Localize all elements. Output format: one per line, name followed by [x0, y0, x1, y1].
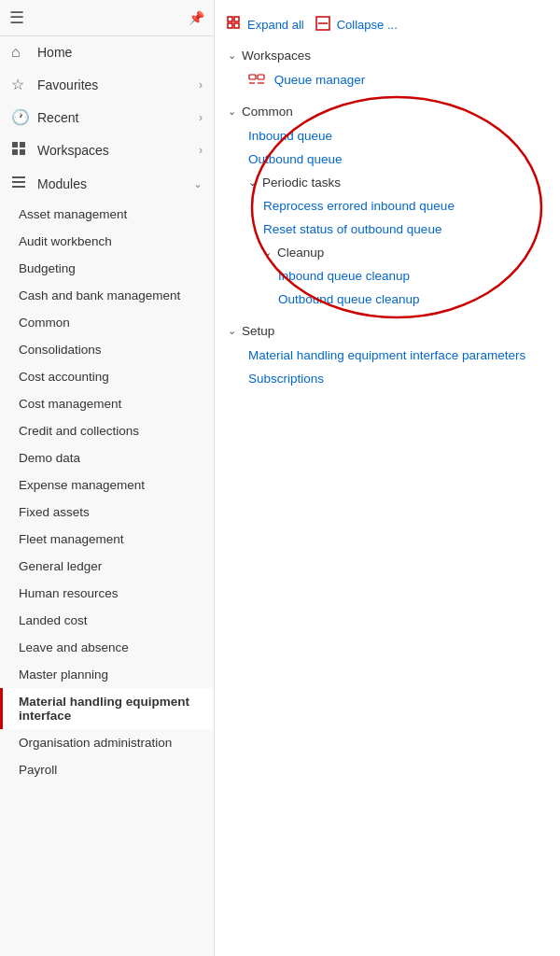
section-common: ⌄ Common Inbound queue Outbound queue ⌄ …	[215, 95, 560, 315]
section-label-setup: Setup	[242, 324, 274, 338]
nav-item-recent[interactable]: 🕐 Recent ›	[0, 101, 214, 134]
main-content-wrapper: Expand all Collapse ... ⌄ Workspaces	[215, 0, 560, 956]
section-setup: ⌄ Setup Material handling equipment inte…	[215, 315, 560, 394]
link-reprocess-inbound[interactable]: Reprocess errored inbound queue	[215, 194, 560, 218]
modules-list: Asset management Audit workbench Budgeti…	[0, 201, 214, 783]
module-cost-accounting[interactable]: Cost accounting	[0, 363, 214, 390]
section-label-common: Common	[242, 105, 293, 119]
module-general-ledger[interactable]: General ledger	[0, 553, 214, 580]
section-content-common: Inbound queue Outbound queue ⌄ Periodic …	[215, 124, 560, 311]
module-credit-collections[interactable]: Credit and collections	[0, 417, 214, 444]
clock-icon: 🕐	[11, 108, 30, 126]
module-expense-management[interactable]: Expense management	[0, 471, 214, 499]
home-icon: ⌂	[11, 44, 30, 61]
link-outbound-queue[interactable]: Outbound queue	[215, 148, 560, 171]
link-inbound-cleanup[interactable]: Inbound queue cleanup	[215, 264, 560, 288]
svg-rect-0	[12, 142, 18, 148]
nav-item-modules[interactable]: Modules ⌄	[0, 167, 214, 201]
subsubsection-label-cleanup: Cleanup	[277, 246, 324, 260]
svg-rect-4	[12, 176, 25, 178]
module-budgeting[interactable]: Budgeting	[0, 255, 214, 282]
nav-label-modules: Modules	[37, 176, 193, 191]
module-payroll[interactable]: Payroll	[0, 756, 214, 783]
svg-rect-2	[12, 149, 18, 155]
queue-manager-icon	[248, 73, 269, 87]
nav-label-workspaces: Workspaces	[37, 143, 199, 158]
modules-icon	[11, 175, 30, 193]
module-organisation-admin[interactable]: Organisation administration	[0, 729, 214, 756]
link-mhei-parameters[interactable]: Material handling equipment interface pa…	[215, 344, 560, 367]
module-landed-cost[interactable]: Landed cost	[0, 607, 214, 634]
module-demo-data[interactable]: Demo data	[0, 444, 214, 471]
nav-label-recent: Recent	[37, 110, 199, 125]
collapse-label: Collapse ...	[337, 18, 398, 32]
chevron-modules: ⌄	[193, 177, 203, 190]
chevron-favourites: ›	[199, 78, 203, 91]
chevron-periodic-icon: ⌄	[248, 176, 257, 189]
section-label-workspaces: Workspaces	[242, 49, 311, 63]
chevron-workspaces: ›	[199, 144, 203, 157]
nav-label-favourites: Favourites	[37, 77, 199, 92]
module-leave-absence[interactable]: Leave and absence	[0, 634, 214, 661]
nav-item-favourites[interactable]: ☆ Favourites ›	[0, 68, 214, 101]
chevron-recent: ›	[199, 111, 203, 124]
module-consolidations[interactable]: Consolidations	[0, 336, 214, 363]
link-inbound-queue[interactable]: Inbound queue	[215, 124, 560, 148]
workspaces-icon	[11, 141, 30, 160]
svg-rect-14	[258, 75, 264, 79]
subsection-label-periodic-tasks: Periodic tasks	[262, 176, 341, 190]
link-queue-manager[interactable]: Queue manager	[215, 68, 560, 91]
svg-rect-3	[20, 149, 25, 155]
pin-icon[interactable]: 📌	[189, 10, 204, 25]
section-workspaces: ⌄ Workspaces Queue manager	[215, 39, 560, 95]
chevron-cleanup-icon: ⌄	[263, 246, 272, 259]
expand-all-label: Expand all	[247, 18, 304, 32]
module-common[interactable]: Common	[0, 309, 214, 336]
expand-all-button[interactable]: Expand all	[226, 15, 304, 34]
collapse-icon	[315, 16, 330, 34]
subsubsection-header-cleanup[interactable]: ⌄ Cleanup	[215, 241, 560, 264]
module-human-resources[interactable]: Human resources	[0, 580, 214, 607]
module-master-planning[interactable]: Master planning	[0, 661, 214, 688]
svg-rect-1	[20, 142, 25, 148]
section-content-workspaces: Queue manager	[215, 68, 560, 91]
chevron-workspaces-icon: ⌄	[228, 49, 236, 62]
nav-item-home[interactable]: ⌂ Home	[0, 36, 214, 68]
link-reset-outbound[interactable]: Reset status of outbound queue	[215, 218, 560, 241]
module-cost-management[interactable]: Cost management	[0, 390, 214, 417]
sidebar-header: ☰ 📌	[0, 0, 214, 36]
hamburger-icon[interactable]: ☰	[9, 7, 24, 28]
svg-rect-8	[234, 17, 239, 21]
toolbar: Expand all Collapse ...	[215, 9, 560, 39]
chevron-setup-icon: ⌄	[228, 325, 236, 337]
svg-rect-9	[228, 23, 232, 28]
module-asset-management[interactable]: Asset management	[0, 201, 214, 228]
module-fleet-management[interactable]: Fleet management	[0, 526, 214, 553]
svg-rect-7	[228, 17, 232, 21]
star-icon: ☆	[11, 76, 30, 93]
expand-icon	[226, 15, 241, 34]
section-content-setup: Material handling equipment interface pa…	[215, 344, 560, 390]
module-fixed-assets[interactable]: Fixed assets	[0, 499, 214, 526]
module-cash-bank[interactable]: Cash and bank management	[0, 282, 214, 309]
section-header-setup[interactable]: ⌄ Setup	[215, 318, 560, 344]
section-header-common[interactable]: ⌄ Common	[215, 99, 560, 124]
nav-item-workspaces[interactable]: Workspaces ›	[0, 134, 214, 167]
link-outbound-cleanup[interactable]: Outbound queue cleanup	[215, 288, 560, 311]
link-subscriptions[interactable]: Subscriptions	[215, 367, 560, 390]
section-header-workspaces[interactable]: ⌄ Workspaces	[215, 43, 560, 68]
svg-rect-10	[234, 23, 239, 28]
svg-rect-6	[12, 186, 25, 188]
subsection-content-periodic-tasks: Reprocess errored inbound queue Reset st…	[215, 194, 560, 311]
module-material-handling[interactable]: Material handling equipment interface	[0, 688, 214, 729]
main-content: Expand all Collapse ... ⌄ Workspaces	[215, 0, 560, 403]
sidebar: ☰ 📌 ⌂ Home ☆ Favourites › 🕐 Recent › Wor…	[0, 0, 215, 956]
svg-rect-5	[12, 181, 25, 183]
collapse-button[interactable]: Collapse ...	[315, 16, 398, 34]
svg-rect-13	[249, 75, 256, 79]
nav-label-home: Home	[37, 45, 203, 60]
subsection-header-periodic-tasks[interactable]: ⌄ Periodic tasks	[215, 171, 560, 194]
chevron-common-icon: ⌄	[228, 105, 236, 118]
module-audit-workbench[interactable]: Audit workbench	[0, 228, 214, 255]
periodic-tasks-container: ⌄ Periodic tasks Reprocess errored inbou…	[215, 171, 560, 311]
